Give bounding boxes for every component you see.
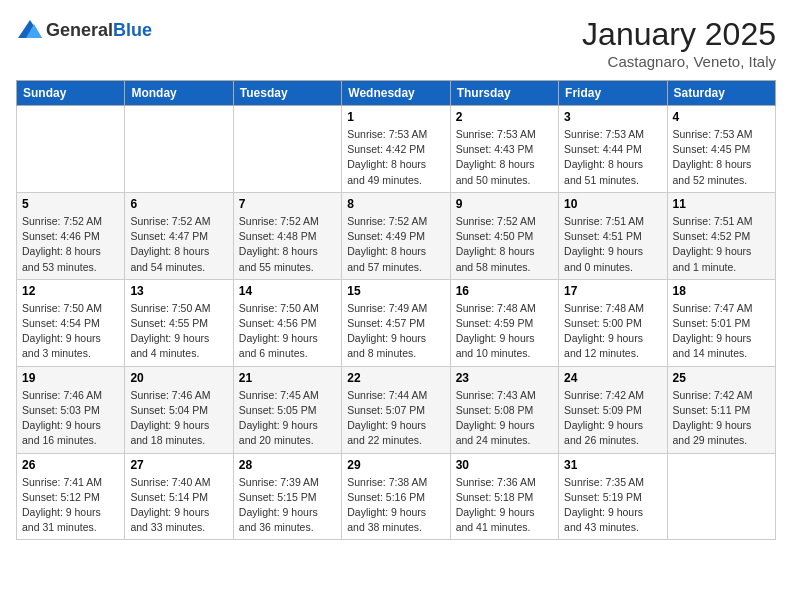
day-info-14: Sunrise: 7:50 AMSunset: 4:56 PMDaylight:… xyxy=(239,301,336,362)
day-number-18: 18 xyxy=(673,284,770,298)
day-number-24: 24 xyxy=(564,371,661,385)
day-number-2: 2 xyxy=(456,110,553,124)
day-number-7: 7 xyxy=(239,197,336,211)
day-info-12: Sunrise: 7:50 AMSunset: 4:54 PMDaylight:… xyxy=(22,301,119,362)
day-number-11: 11 xyxy=(673,197,770,211)
weekday-header-wednesday: Wednesday xyxy=(342,81,450,106)
empty-cell xyxy=(667,453,775,540)
day-number-1: 1 xyxy=(347,110,444,124)
day-number-15: 15 xyxy=(347,284,444,298)
day-cell-16: 16Sunrise: 7:48 AMSunset: 4:59 PMDayligh… xyxy=(450,279,558,366)
day-cell-15: 15Sunrise: 7:49 AMSunset: 4:57 PMDayligh… xyxy=(342,279,450,366)
day-info-1: Sunrise: 7:53 AMSunset: 4:42 PMDaylight:… xyxy=(347,127,444,188)
weekday-header-thursday: Thursday xyxy=(450,81,558,106)
day-cell-29: 29Sunrise: 7:38 AMSunset: 5:16 PMDayligh… xyxy=(342,453,450,540)
day-info-7: Sunrise: 7:52 AMSunset: 4:48 PMDaylight:… xyxy=(239,214,336,275)
day-info-21: Sunrise: 7:45 AMSunset: 5:05 PMDaylight:… xyxy=(239,388,336,449)
weekday-header-sunday: Sunday xyxy=(17,81,125,106)
day-cell-20: 20Sunrise: 7:46 AMSunset: 5:04 PMDayligh… xyxy=(125,366,233,453)
empty-cell xyxy=(17,106,125,193)
day-number-20: 20 xyxy=(130,371,227,385)
week-row-1: 1Sunrise: 7:53 AMSunset: 4:42 PMDaylight… xyxy=(17,106,776,193)
day-info-9: Sunrise: 7:52 AMSunset: 4:50 PMDaylight:… xyxy=(456,214,553,275)
day-cell-6: 6Sunrise: 7:52 AMSunset: 4:47 PMDaylight… xyxy=(125,192,233,279)
day-number-25: 25 xyxy=(673,371,770,385)
day-number-28: 28 xyxy=(239,458,336,472)
weekday-header-friday: Friday xyxy=(559,81,667,106)
weekday-header-row: SundayMondayTuesdayWednesdayThursdayFrid… xyxy=(17,81,776,106)
day-cell-12: 12Sunrise: 7:50 AMSunset: 4:54 PMDayligh… xyxy=(17,279,125,366)
empty-cell xyxy=(125,106,233,193)
day-info-30: Sunrise: 7:36 AMSunset: 5:18 PMDaylight:… xyxy=(456,475,553,536)
day-info-13: Sunrise: 7:50 AMSunset: 4:55 PMDaylight:… xyxy=(130,301,227,362)
logo: GeneralBlue xyxy=(16,16,152,44)
day-info-22: Sunrise: 7:44 AMSunset: 5:07 PMDaylight:… xyxy=(347,388,444,449)
month-title: January 2025 xyxy=(582,16,776,53)
day-number-26: 26 xyxy=(22,458,119,472)
page-header: GeneralBlue January 2025 Castagnaro, Ven… xyxy=(16,16,776,70)
day-info-8: Sunrise: 7:52 AMSunset: 4:49 PMDaylight:… xyxy=(347,214,444,275)
day-number-10: 10 xyxy=(564,197,661,211)
day-info-3: Sunrise: 7:53 AMSunset: 4:44 PMDaylight:… xyxy=(564,127,661,188)
day-number-12: 12 xyxy=(22,284,119,298)
day-cell-11: 11Sunrise: 7:51 AMSunset: 4:52 PMDayligh… xyxy=(667,192,775,279)
day-info-29: Sunrise: 7:38 AMSunset: 5:16 PMDaylight:… xyxy=(347,475,444,536)
day-cell-28: 28Sunrise: 7:39 AMSunset: 5:15 PMDayligh… xyxy=(233,453,341,540)
day-number-8: 8 xyxy=(347,197,444,211)
day-number-19: 19 xyxy=(22,371,119,385)
day-cell-3: 3Sunrise: 7:53 AMSunset: 4:44 PMDaylight… xyxy=(559,106,667,193)
day-info-16: Sunrise: 7:48 AMSunset: 4:59 PMDaylight:… xyxy=(456,301,553,362)
day-cell-4: 4Sunrise: 7:53 AMSunset: 4:45 PMDaylight… xyxy=(667,106,775,193)
logo-general: General xyxy=(46,20,113,40)
day-number-5: 5 xyxy=(22,197,119,211)
day-number-22: 22 xyxy=(347,371,444,385)
week-row-5: 26Sunrise: 7:41 AMSunset: 5:12 PMDayligh… xyxy=(17,453,776,540)
day-cell-7: 7Sunrise: 7:52 AMSunset: 4:48 PMDaylight… xyxy=(233,192,341,279)
day-cell-31: 31Sunrise: 7:35 AMSunset: 5:19 PMDayligh… xyxy=(559,453,667,540)
day-cell-10: 10Sunrise: 7:51 AMSunset: 4:51 PMDayligh… xyxy=(559,192,667,279)
weekday-header-saturday: Saturday xyxy=(667,81,775,106)
day-info-23: Sunrise: 7:43 AMSunset: 5:08 PMDaylight:… xyxy=(456,388,553,449)
day-cell-25: 25Sunrise: 7:42 AMSunset: 5:11 PMDayligh… xyxy=(667,366,775,453)
day-cell-8: 8Sunrise: 7:52 AMSunset: 4:49 PMDaylight… xyxy=(342,192,450,279)
day-cell-21: 21Sunrise: 7:45 AMSunset: 5:05 PMDayligh… xyxy=(233,366,341,453)
day-info-27: Sunrise: 7:40 AMSunset: 5:14 PMDaylight:… xyxy=(130,475,227,536)
day-cell-5: 5Sunrise: 7:52 AMSunset: 4:46 PMDaylight… xyxy=(17,192,125,279)
day-cell-2: 2Sunrise: 7:53 AMSunset: 4:43 PMDaylight… xyxy=(450,106,558,193)
day-info-20: Sunrise: 7:46 AMSunset: 5:04 PMDaylight:… xyxy=(130,388,227,449)
day-info-18: Sunrise: 7:47 AMSunset: 5:01 PMDaylight:… xyxy=(673,301,770,362)
day-info-31: Sunrise: 7:35 AMSunset: 5:19 PMDaylight:… xyxy=(564,475,661,536)
day-number-4: 4 xyxy=(673,110,770,124)
day-cell-1: 1Sunrise: 7:53 AMSunset: 4:42 PMDaylight… xyxy=(342,106,450,193)
day-info-26: Sunrise: 7:41 AMSunset: 5:12 PMDaylight:… xyxy=(22,475,119,536)
logo-icon xyxy=(16,16,44,44)
day-number-30: 30 xyxy=(456,458,553,472)
day-number-16: 16 xyxy=(456,284,553,298)
day-cell-19: 19Sunrise: 7:46 AMSunset: 5:03 PMDayligh… xyxy=(17,366,125,453)
day-info-17: Sunrise: 7:48 AMSunset: 5:00 PMDaylight:… xyxy=(564,301,661,362)
week-row-2: 5Sunrise: 7:52 AMSunset: 4:46 PMDaylight… xyxy=(17,192,776,279)
day-number-21: 21 xyxy=(239,371,336,385)
day-number-29: 29 xyxy=(347,458,444,472)
day-info-2: Sunrise: 7:53 AMSunset: 4:43 PMDaylight:… xyxy=(456,127,553,188)
day-cell-18: 18Sunrise: 7:47 AMSunset: 5:01 PMDayligh… xyxy=(667,279,775,366)
day-cell-22: 22Sunrise: 7:44 AMSunset: 5:07 PMDayligh… xyxy=(342,366,450,453)
day-cell-9: 9Sunrise: 7:52 AMSunset: 4:50 PMDaylight… xyxy=(450,192,558,279)
day-number-9: 9 xyxy=(456,197,553,211)
day-number-23: 23 xyxy=(456,371,553,385)
day-number-13: 13 xyxy=(130,284,227,298)
day-info-11: Sunrise: 7:51 AMSunset: 4:52 PMDaylight:… xyxy=(673,214,770,275)
day-cell-14: 14Sunrise: 7:50 AMSunset: 4:56 PMDayligh… xyxy=(233,279,341,366)
day-info-6: Sunrise: 7:52 AMSunset: 4:47 PMDaylight:… xyxy=(130,214,227,275)
logo-blue: Blue xyxy=(113,20,152,40)
weekday-header-monday: Monday xyxy=(125,81,233,106)
day-info-10: Sunrise: 7:51 AMSunset: 4:51 PMDaylight:… xyxy=(564,214,661,275)
day-info-19: Sunrise: 7:46 AMSunset: 5:03 PMDaylight:… xyxy=(22,388,119,449)
day-cell-13: 13Sunrise: 7:50 AMSunset: 4:55 PMDayligh… xyxy=(125,279,233,366)
day-cell-17: 17Sunrise: 7:48 AMSunset: 5:00 PMDayligh… xyxy=(559,279,667,366)
day-number-6: 6 xyxy=(130,197,227,211)
day-number-27: 27 xyxy=(130,458,227,472)
day-number-17: 17 xyxy=(564,284,661,298)
week-row-3: 12Sunrise: 7:50 AMSunset: 4:54 PMDayligh… xyxy=(17,279,776,366)
day-info-25: Sunrise: 7:42 AMSunset: 5:11 PMDaylight:… xyxy=(673,388,770,449)
